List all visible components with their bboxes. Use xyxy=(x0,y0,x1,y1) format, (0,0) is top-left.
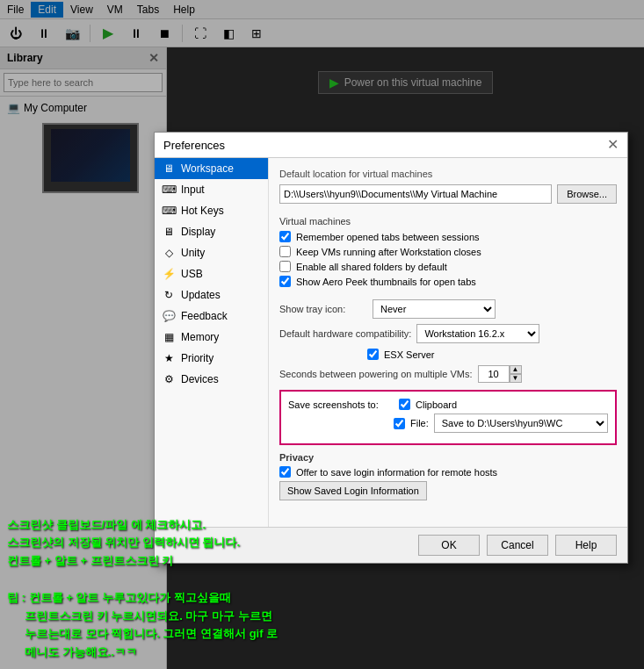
enable-shared-label: Enable all shared folders by default xyxy=(296,262,447,272)
nav-workspace-label: Workspace xyxy=(181,162,234,175)
nav-unity[interactable]: ◇ Unity xyxy=(155,242,268,263)
overlay-line-3: 컨트롤 + 알트 + 프린트스크린 키 xyxy=(7,552,415,571)
file-checkbox[interactable] xyxy=(394,418,405,429)
dialog-nav: 🖥 Workspace ⌨ Input ⌨ Hot Keys 🖥 Display… xyxy=(155,158,269,527)
show-aero-checkbox[interactable] xyxy=(279,276,291,287)
nav-feedback[interactable]: 💬 Feedback xyxy=(155,306,268,327)
nav-updates-label: Updates xyxy=(181,289,221,301)
nav-devices-label: Devices xyxy=(181,373,219,385)
nav-memory-label: Memory xyxy=(181,331,219,343)
remember-tabs-checkbox[interactable] xyxy=(279,231,291,242)
nav-hotkeys[interactable]: ⌨ Hot Keys xyxy=(155,200,268,221)
help-button[interactable]: Help xyxy=(555,535,617,556)
overlay-line-1: 스크린샷 클립보드/파일 에 체크하시고. xyxy=(7,516,415,535)
privacy-title: Privacy xyxy=(279,452,617,463)
show-saved-row: Show Saved Login Information xyxy=(279,481,617,500)
remember-tabs-label: Remember opened tabs between sessions xyxy=(296,232,480,242)
dialog-body: 🖥 Workspace ⌨ Input ⌨ Hot Keys 🖥 Display… xyxy=(155,158,627,527)
keep-vms-label: Keep VMs running after Workstation close… xyxy=(296,247,481,257)
spinbox-buttons: ▲ ▼ xyxy=(510,365,522,383)
hardware-compat-label: Default hardware compatibility: xyxy=(279,328,411,339)
preferences-dialog: Preferences ✕ 🖥 Workspace ⌨ Input ⌨ Hot … xyxy=(154,132,628,564)
remember-tabs-row: Remember opened tabs between sessions xyxy=(279,231,617,242)
show-tray-select[interactable]: Never Always Running VMs only xyxy=(373,299,496,319)
priority-icon: ★ xyxy=(162,352,176,364)
dialog-title: Preferences xyxy=(163,139,225,152)
seconds-label: Seconds between powering on multiple VMs… xyxy=(279,369,473,379)
nav-display-label: Display xyxy=(181,226,215,238)
save-screenshots-label: Save screenshots to: xyxy=(288,399,394,410)
default-location-section: Default location for virtual machines Br… xyxy=(279,169,617,204)
nav-hotkeys-label: Hot Keys xyxy=(181,205,224,217)
input-icon: ⌨ xyxy=(162,183,176,196)
virtual-machines-section: Virtual machines Remember opened tabs be… xyxy=(279,216,617,287)
overlay-line-4 xyxy=(7,571,415,589)
screenshot-row1: Save screenshots to: Clipboard xyxy=(288,399,608,410)
keep-vms-checkbox[interactable] xyxy=(279,246,291,257)
updates-icon: ↻ xyxy=(162,289,176,301)
devices-icon: ⚙ xyxy=(162,373,176,385)
feedback-icon: 💬 xyxy=(162,310,176,322)
keep-vms-row: Keep VMs running after Workstation close… xyxy=(279,246,617,257)
screenshot-section: Save screenshots to: Clipboard File: Sav… xyxy=(279,390,617,445)
nav-input-label: Input xyxy=(181,183,205,196)
spinbox-up-btn[interactable]: ▲ xyxy=(510,365,522,374)
browse-button[interactable]: Browse... xyxy=(557,184,617,204)
unity-icon: ◇ xyxy=(162,247,176,259)
hardware-compat-select[interactable]: Workstation 16.2.x Workstation 15.x xyxy=(416,324,539,343)
privacy-section: Privacy Offer to save login information … xyxy=(279,452,617,500)
location-row: Browse... xyxy=(279,184,617,204)
clipboard-label: Clipboard xyxy=(416,399,457,410)
virtual-machines-title: Virtual machines xyxy=(279,216,617,227)
overlay-line-2: 스크린샷의 저장될 위치만 입력하시면 됩니다. xyxy=(7,534,415,552)
nav-workspace[interactable]: 🖥 Workspace xyxy=(155,158,268,179)
nav-devices[interactable]: ⚙ Devices xyxy=(155,369,268,390)
cancel-button[interactable]: Cancel xyxy=(487,535,548,556)
privacy-offer-checkbox[interactable] xyxy=(279,466,291,478)
hardware-compat-row: Default hardware compatibility: Workstat… xyxy=(279,324,617,343)
compatible-with-row: ESX Server xyxy=(367,349,617,360)
ok-button[interactable]: OK xyxy=(418,535,480,556)
dialog-close-btn[interactable]: ✕ xyxy=(607,138,619,152)
screenshot-row2: File: Save to D:\Users\hyun9\WC xyxy=(394,414,608,433)
overlay-line-5: 팁 : 컨트롤 + 알트 누루고있다가 찍고싶을때 xyxy=(7,589,415,608)
privacy-offer-label: Offer to save login information for remo… xyxy=(296,467,497,478)
show-aero-row: Show Aero Peek thumbnails for open tabs xyxy=(279,276,617,287)
file-label: File: xyxy=(410,418,429,428)
usb-icon: ⚡ xyxy=(162,268,176,280)
nav-priority[interactable]: ★ Priority xyxy=(155,348,268,369)
seconds-spinbox: ▲ ▼ xyxy=(478,365,522,383)
esx-server-checkbox[interactable] xyxy=(367,349,379,360)
dialog-titlebar: Preferences ✕ xyxy=(155,133,627,158)
enable-shared-row: Enable all shared folders by default xyxy=(279,261,617,272)
dialog-content: Default location for virtual machines Br… xyxy=(269,158,627,527)
location-input[interactable] xyxy=(279,184,552,204)
nav-display[interactable]: 🖥 Display xyxy=(155,221,268,242)
show-aero-label: Show Aero Peek thumbnails for open tabs xyxy=(296,277,476,287)
compatible-with-label: ESX Server xyxy=(384,349,434,360)
nav-usb-label: USB xyxy=(181,268,203,280)
nav-usb[interactable]: ⚡ USB xyxy=(155,263,268,284)
nav-input[interactable]: ⌨ Input xyxy=(155,179,268,200)
memory-icon: ▦ xyxy=(162,331,176,343)
nav-unity-label: Unity xyxy=(181,247,205,259)
show-tray-row: Show tray icon: Never Always Running VMs… xyxy=(279,299,617,319)
show-tray-label: Show tray icon: xyxy=(279,304,367,314)
file-path-select[interactable]: Save to D:\Users\hyun9\WC xyxy=(434,414,608,433)
seconds-row: Seconds between powering on multiple VMs… xyxy=(279,365,617,383)
nav-memory[interactable]: ▦ Memory xyxy=(155,327,268,348)
overlay-line-8: 메니도 가능해요..ㅋㅋ xyxy=(7,644,415,662)
annotation-overlay: 스크린샷 클립보드/파일 에 체크하시고. 스크린샷의 저장될 위치만 입력하시… xyxy=(0,509,422,669)
nav-updates[interactable]: ↻ Updates xyxy=(155,284,268,306)
spinbox-down-btn[interactable]: ▼ xyxy=(510,374,522,383)
default-location-label: Default location for virtual machines xyxy=(279,169,617,179)
show-saved-btn[interactable]: Show Saved Login Information xyxy=(279,481,427,500)
enable-shared-checkbox[interactable] xyxy=(279,261,291,272)
overlay-line-6: 프린트스크린 키 누르시면되요. 마구 마구 누르면 xyxy=(7,608,415,626)
nav-priority-label: Priority xyxy=(181,352,213,364)
workspace-icon: 🖥 xyxy=(162,162,176,175)
seconds-input[interactable] xyxy=(478,365,510,383)
hotkeys-icon: ⌨ xyxy=(162,205,176,217)
overlay-line-7: 누르는대로 모다 찍힙니다. 그러면 연결해서 gif 로 xyxy=(7,625,415,644)
clipboard-checkbox[interactable] xyxy=(399,399,410,410)
